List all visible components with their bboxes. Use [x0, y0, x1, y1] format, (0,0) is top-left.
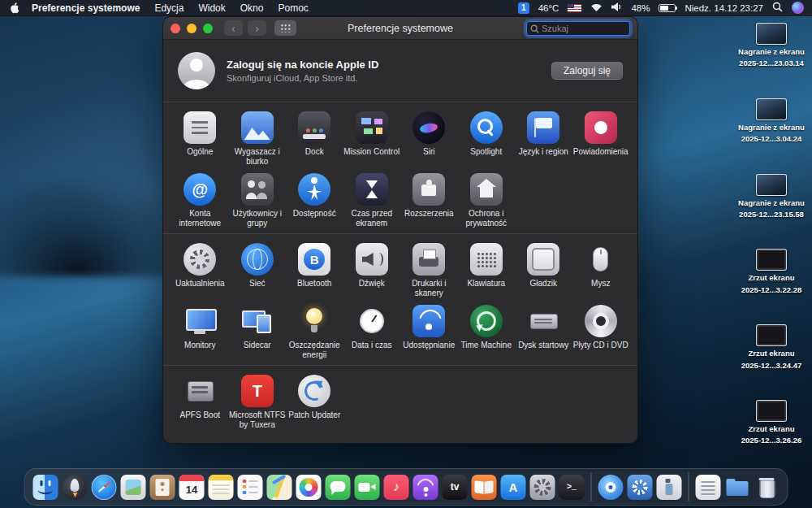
volume-icon[interactable] [611, 2, 622, 13]
dock-reminders-icon[interactable] [238, 475, 263, 500]
dock-gears-icon[interactable] [628, 475, 653, 500]
apple-menu-icon[interactable] [10, 2, 19, 14]
pref-item-date-time[interactable]: Data i czas [343, 300, 401, 362]
extensions-icon [412, 173, 445, 206]
network-icon [241, 243, 274, 276]
search-icon [530, 24, 539, 33]
dock-trash-icon[interactable] [754, 475, 780, 500]
recording-thumbnail [756, 174, 787, 196]
dock-downloads-icon[interactable] [725, 475, 750, 500]
pref-item-siri[interactable]: Siri [400, 106, 458, 168]
dock-appstore-icon[interactable]: A [501, 475, 526, 500]
time-machine-icon [470, 305, 503, 337]
menu-okno[interactable]: Okno [233, 2, 271, 14]
pref-item-accessibility[interactable]: Dostępność [286, 168, 343, 230]
zoom-button[interactable] [203, 24, 213, 33]
pref-item-notifications[interactable]: Powiadomienia [572, 106, 630, 168]
dock-notes-icon[interactable] [209, 475, 234, 500]
pref-item-desktop-screensaver[interactable]: Wygaszacz i biurko [229, 106, 287, 168]
screenshot-thumbnail [756, 324, 787, 346]
dock-facetime-icon[interactable] [355, 475, 380, 500]
input-source-flag-icon[interactable] [568, 4, 581, 12]
status-app-badge-icon[interactable]: 1 [518, 2, 529, 14]
dock-terminal-icon[interactable]: >_ [559, 475, 585, 500]
pref-item-label: Ogólne [187, 147, 213, 157]
pref-item-energy-saver[interactable]: Oszczędzanie energii [286, 300, 343, 362]
recording-thumbnail [756, 23, 787, 45]
menu-pomoc[interactable]: Pomoc [270, 2, 315, 14]
desktop-file-screenshot[interactable]: Zrzut ekranu2025-12...3.26.26 [741, 400, 801, 445]
pref-item-software-update[interactable]: Uaktualnienia [171, 238, 229, 300]
menubar-clock[interactable]: Niedz. 14.12 23:27 [685, 3, 763, 13]
pref-item-bluetooth[interactable]: BBluetooth [286, 238, 343, 300]
dock-photos-icon[interactable] [296, 475, 322, 500]
menu-widok[interactable]: Widok [191, 2, 232, 14]
pref-item-patch-updater[interactable]: Patch Updater [286, 370, 343, 432]
pref-item-keyboard[interactable]: Klawiatura [458, 238, 516, 300]
pref-item-language-region[interactable]: Język i region [515, 106, 572, 168]
dock-sysprefs-icon[interactable] [530, 475, 555, 500]
pref-item-cd-dvd[interactable]: Płyty CD i DVD [572, 300, 630, 362]
temperature-reading[interactable]: 46°C [538, 3, 559, 13]
search-input[interactable] [542, 24, 626, 33]
pref-item-sidecar[interactable]: Sidecar [229, 300, 287, 362]
energy-saver-icon [298, 305, 330, 337]
displays-icon [184, 305, 216, 337]
pref-item-internet-accounts[interactable]: @Konta internetowe [171, 168, 229, 230]
siri-menubar-icon[interactable] [792, 2, 804, 14]
dock-launchpad-icon[interactable] [63, 475, 88, 500]
dock-tv-icon[interactable]: tv [443, 475, 468, 500]
dock-finder-icon[interactable] [33, 475, 58, 500]
dock-documents-icon[interactable] [696, 475, 721, 500]
pref-item-general[interactable]: Ogólne [171, 106, 229, 168]
pref-item-screen-time[interactable]: Czas przed ekranem [343, 168, 401, 230]
pref-item-spotlight[interactable]: Spotlight [458, 106, 516, 168]
dock-calendar-icon[interactable]: 14 [179, 475, 205, 500]
dock-preview-icon[interactable] [121, 475, 146, 500]
pref-item-mouse[interactable]: Mysz [572, 238, 630, 300]
pref-item-extensions[interactable]: Rozszerzenia [400, 168, 458, 230]
pref-item-ms-ntfs[interactable]: TMicrosoft NTFS by Tuxera [229, 370, 287, 432]
forward-button[interactable]: › [248, 20, 266, 36]
spotlight-search-icon[interactable] [772, 2, 783, 14]
menu-app-name[interactable]: Preferencje systemowe [24, 2, 147, 14]
pref-item-sharing[interactable]: Udostępnianie [400, 300, 458, 362]
system-preferences-window: ‹ › Preferencje systemowe Zaloguj się na… [162, 16, 638, 444]
pref-item-mission-control[interactable]: Mission Control [343, 106, 401, 168]
desktop-file-screenshot[interactable]: Zrzut ekranu2025-12...3.22.28 [741, 249, 801, 294]
pref-item-security-privacy[interactable]: Ochrona i prywatność [458, 168, 516, 230]
pref-item-sound[interactable]: Dźwięk [343, 238, 401, 300]
pref-item-startup-disk[interactable]: Dysk startowy [515, 300, 572, 362]
desktop-file-recording[interactable]: Nagranie z ekranu2025-12...23.15.58 [738, 174, 805, 219]
back-button[interactable]: ‹ [224, 20, 243, 36]
battery-icon[interactable] [659, 4, 676, 12]
dock-podcasts-icon[interactable] [413, 475, 438, 500]
pref-item-trackpad[interactable]: Gładzik [515, 238, 572, 300]
trackpad-icon [527, 243, 559, 276]
dock-contacts-icon[interactable] [150, 475, 175, 500]
dock-maps-icon[interactable] [267, 475, 292, 500]
preferences-search-field[interactable] [526, 21, 630, 36]
pref-item-time-machine[interactable]: Time Machine [458, 300, 516, 362]
wifi-icon[interactable] [590, 2, 603, 14]
pref-item-users-groups[interactable]: Użytkownicy i grupy [229, 168, 287, 230]
pref-item-dock[interactable]: Dock [286, 106, 343, 168]
desktop-file-recording[interactable]: Nagranie z ekranu2025-12...23.03.14 [738, 23, 805, 68]
pref-item-printers-scanners[interactable]: Drukarki i skanery [400, 238, 458, 300]
menu-edycja[interactable]: Edycja [147, 2, 191, 14]
desktop-file-recording[interactable]: Nagranie z ekranu2025-12...3.04.24 [738, 98, 805, 144]
close-button[interactable] [171, 24, 180, 33]
show-all-grid-button[interactable] [274, 20, 296, 36]
dock-books-icon[interactable] [472, 475, 497, 500]
pref-item-displays[interactable]: Monitory [171, 300, 229, 362]
dock-music-icon[interactable]: ♪ [384, 475, 409, 500]
sign-in-button[interactable]: Zaloguj się [551, 62, 623, 80]
dock-cleaner-icon[interactable] [657, 475, 682, 500]
dock-messages-icon[interactable] [326, 475, 351, 500]
pref-item-network[interactable]: Sieć [229, 238, 287, 300]
pref-item-apfs-boot[interactable]: APFS Boot [171, 370, 229, 432]
desktop-file-screenshot[interactable]: Zrzut ekranu2025-12...3.24.47 [741, 324, 801, 370]
minimize-button[interactable] [187, 24, 197, 33]
dock-safari-icon[interactable] [92, 475, 117, 500]
dock-browser-icon[interactable] [598, 475, 624, 500]
